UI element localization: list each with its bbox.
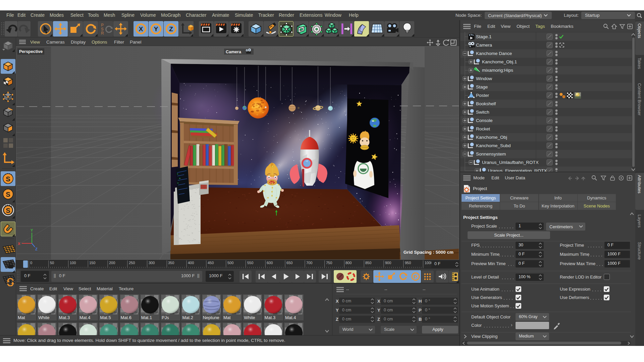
svg-text:800: 800 — [345, 261, 352, 265]
svg-text:700: 700 — [306, 261, 312, 265]
svg-text:550: 550 — [247, 261, 253, 265]
svg-text:650: 650 — [286, 261, 292, 265]
svg-text:Grid Spacing : 5000 cm: Grid Spacing : 5000 cm — [404, 250, 453, 255]
svg-text:S: S — [6, 175, 10, 183]
svg-text:Uranus_Umlaufbahn_ROTX: Uranus_Umlaufbahn_ROTX — [482, 160, 539, 165]
svg-text:Switch: Switch — [476, 110, 489, 115]
svg-text:Z: Z — [35, 247, 38, 251]
svg-text:Kanchome_Obj.1: Kanchome_Obj.1 — [482, 59, 517, 64]
svg-text:Poster: Poster — [476, 93, 489, 98]
svg-text:Uranus_Eigenrotation_ROTX: Uranus_Eigenrotation_ROTX — [488, 168, 547, 172]
svg-text:P: P — [414, 274, 417, 280]
svg-text:350: 350 — [168, 261, 174, 265]
svg-text:mixamorig:Hips: mixamorig:Hips — [482, 68, 513, 73]
svg-text:Camera: Camera — [226, 50, 241, 54]
svg-text:600: 600 — [267, 261, 273, 265]
svg-text:Camera: Camera — [476, 43, 492, 48]
svg-text:Kanchome_Obj: Kanchome_Obj — [476, 135, 507, 140]
svg-text:100: 100 — [70, 261, 76, 265]
svg-text:Y: Y — [31, 228, 33, 232]
svg-text:50: 50 — [50, 261, 54, 265]
svg-text:S: S — [6, 207, 10, 214]
svg-text:Perspective: Perspective — [19, 49, 43, 54]
svg-text:Stage: Stage — [476, 84, 488, 89]
svg-text:0: 0 — [30, 261, 32, 265]
svg-text:200: 200 — [109, 261, 115, 265]
svg-text:Console: Console — [476, 118, 493, 123]
svg-text:950: 950 — [405, 261, 411, 265]
svg-text:400: 400 — [188, 261, 194, 265]
svg-text:X: X — [18, 242, 20, 246]
svg-text:300: 300 — [149, 261, 155, 265]
svg-text:850: 850 — [365, 261, 371, 265]
svg-text:Kanchome_Subd: Kanchome_Subd — [476, 143, 511, 148]
svg-text:Stage.1: Stage.1 — [476, 34, 492, 39]
svg-text:Sonnensystem: Sonnensystem — [476, 152, 506, 157]
svg-text:Y: Y — [154, 25, 158, 33]
svg-text:250: 250 — [129, 261, 135, 265]
svg-text:750: 750 — [326, 261, 332, 265]
svg-text:150: 150 — [89, 261, 95, 265]
svg-text:X: X — [139, 25, 143, 33]
svg-text:450: 450 — [208, 261, 214, 265]
svg-text:Rocket: Rocket — [476, 126, 490, 131]
svg-text:Bookshelf: Bookshelf — [476, 101, 496, 106]
svg-text:Z: Z — [169, 25, 173, 33]
svg-text:S: S — [6, 191, 10, 198]
svg-text:500: 500 — [227, 261, 233, 265]
svg-text:Kanchome Dance: Kanchome Dance — [476, 51, 512, 56]
svg-text:Window: Window — [476, 76, 492, 81]
svg-text:900: 900 — [385, 261, 391, 265]
